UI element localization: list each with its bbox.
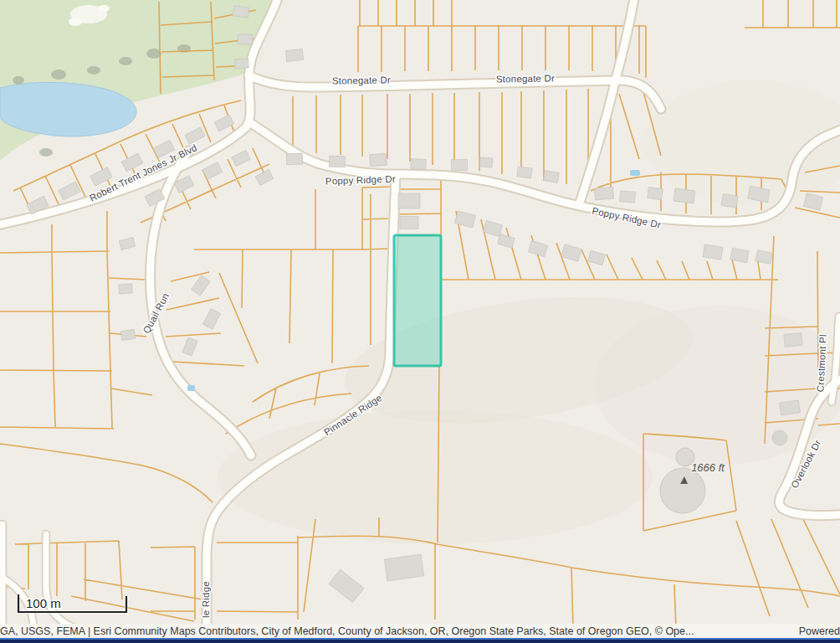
building-footprint	[620, 191, 636, 203]
pool-water	[187, 385, 195, 391]
street-label-stonegate-dr-1: Stonegate Dr	[332, 75, 391, 85]
building-footprint	[479, 157, 493, 167]
street-label-stonegate-dr-2: Stonegate Dr	[496, 73, 555, 84]
scale-bar-label: 100 m	[26, 596, 61, 610]
building-footprint	[398, 193, 420, 208]
bottom-blue-bar	[0, 638, 840, 643]
building-footprint	[384, 554, 423, 581]
selected-parcel-highlight[interactable]	[394, 235, 441, 366]
attribution-bar: GA, USGS, FEMA | Esri Community Maps Con…	[0, 624, 840, 638]
building-footprint	[238, 34, 253, 45]
building-footprint	[119, 284, 133, 294]
attribution-powered: Powered	[786, 625, 840, 637]
building-footprint	[233, 6, 248, 18]
building-footprint	[400, 217, 418, 229]
building-footprint	[780, 400, 801, 415]
map-canvas[interactable]: 1666 ft Stonegate Dr Stonegate Dr Poppy …	[0, 0, 840, 624]
map-viewer: 1666 ft Stonegate Dr Stonegate Dr Poppy …	[0, 0, 840, 643]
tree-icon	[51, 69, 66, 80]
elevation-label: 1666 ft	[691, 461, 725, 474]
building-footprint	[286, 153, 303, 165]
building-footprint	[703, 244, 723, 260]
pool-water	[630, 170, 640, 176]
tree-icon	[87, 66, 100, 75]
building-footprint	[544, 171, 560, 183]
building-footprint	[517, 167, 533, 178]
building-footprint	[120, 329, 135, 340]
tree-icon	[119, 57, 132, 65]
building-footprint	[370, 153, 387, 166]
building-footprint	[721, 194, 738, 208]
building-footprint	[648, 187, 663, 199]
tree-icon	[39, 148, 53, 157]
building-footprint	[784, 333, 802, 347]
building-footprint	[451, 159, 467, 171]
building-footprint	[411, 159, 427, 170]
street-label-le-ridge: le Ridge	[201, 581, 211, 618]
building-footprint	[285, 49, 303, 61]
tree-icon	[13, 76, 24, 85]
building-footprint	[329, 156, 345, 167]
building-footprint	[235, 59, 249, 69]
building-footprint	[595, 187, 614, 200]
attribution-credits: GA, USGS, FEMA | Esri Community Maps Con…	[0, 625, 694, 637]
building-footprint	[674, 188, 695, 203]
